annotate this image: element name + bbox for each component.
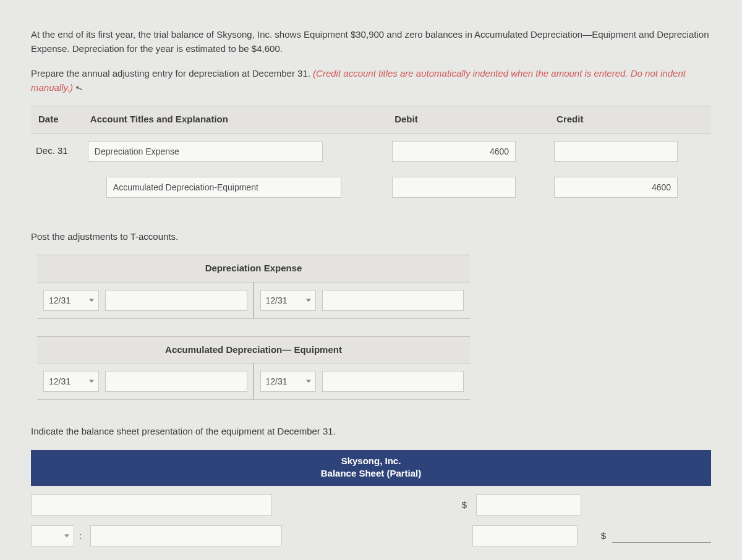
balance-sheet-header: Skysong, Inc. Balance Sheet (Partial) [31, 450, 711, 486]
t-account-date-select[interactable] [260, 290, 316, 311]
t-account-title: Accumulated Depreciation— Equipment [37, 336, 470, 364]
t-account-amount-input[interactable] [322, 371, 464, 392]
t-account-date-select[interactable] [43, 290, 99, 311]
debit-input[interactable] [392, 177, 516, 198]
col-header-debit: Debit [387, 106, 549, 134]
bs-line-label-input[interactable] [90, 525, 282, 546]
balance-sheet-title: Balance Sheet (Partial) [31, 467, 711, 480]
balance-sheet-intro: Indicate the balance sheet presentation … [31, 425, 711, 439]
cursor-icon: ↖ [74, 80, 85, 95]
t-account-date-select[interactable] [43, 371, 99, 392]
currency-symbol: $ [459, 498, 470, 512]
company-name: Skysong, Inc. [31, 455, 711, 467]
col-header-account: Account Titles and Explanation [83, 106, 387, 134]
t-account-date-select[interactable] [260, 371, 316, 392]
journal-row [31, 169, 711, 205]
credit-input[interactable] [554, 141, 678, 162]
balance-sheet-row: $ [31, 494, 711, 515]
col-header-credit: Credit [549, 106, 711, 134]
t-account: Depreciation Expense [37, 255, 470, 319]
account-title-input[interactable] [88, 141, 323, 162]
journal-entry-table: Date Account Titles and Explanation Debi… [31, 106, 711, 205]
t-account-amount-input[interactable] [105, 371, 247, 392]
bs-amount-input[interactable] [472, 525, 578, 546]
problem-paragraph-2: Prepare the annual adjusting entry for d… [31, 67, 711, 95]
debit-input[interactable] [392, 141, 516, 162]
balance-sheet-row: : $ [31, 525, 711, 546]
journal-date: Dec. 31 [31, 133, 83, 169]
t-account-title: Depreciation Expense [37, 255, 470, 282]
bs-line-label-input[interactable] [31, 494, 272, 515]
colon-text: : [79, 529, 82, 543]
journal-row: Dec. 31 [31, 133, 711, 169]
currency-symbol: $ [601, 530, 606, 541]
t-account-amount-input[interactable] [322, 290, 464, 311]
journal-date [31, 169, 83, 205]
account-title-input[interactable] [106, 177, 341, 198]
t-account: Accumulated Depreciation— Equipment [37, 336, 470, 401]
col-header-date: Date [31, 106, 83, 134]
currency-spacer [455, 529, 466, 543]
instruction-text: Prepare the annual adjusting entry for d… [31, 68, 313, 78]
bs-amount-input[interactable] [476, 494, 581, 515]
t-account-amount-input[interactable] [105, 290, 247, 311]
bs-line-select[interactable] [31, 525, 74, 546]
problem-paragraph-1: At the end of its first year, the trial … [31, 28, 711, 56]
bs-result-line [612, 529, 711, 543]
taccounts-intro: Post the adjustments to T-accounts. [31, 230, 711, 244]
credit-input[interactable] [554, 177, 678, 198]
